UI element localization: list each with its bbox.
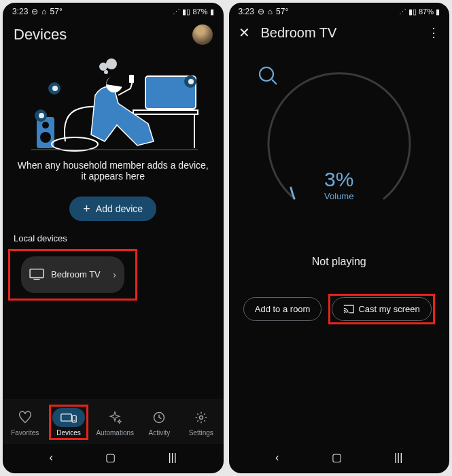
signal-icon: ▮▯ [408, 7, 417, 16]
gear-icon [194, 411, 208, 424]
system-nav: ‹ ▢ ||| [3, 444, 224, 473]
sparkle-icon [108, 411, 122, 424]
more-icon[interactable]: ⋮ [428, 25, 440, 40]
status-temp: 57° [50, 7, 63, 16]
home-button[interactable]: ▢ [105, 451, 116, 464]
svg-rect-19 [72, 415, 76, 422]
cast-icon [343, 305, 354, 313]
recents-button[interactable]: ||| [168, 452, 176, 464]
system-nav: ‹ ▢ ||| [229, 444, 450, 473]
nav-settings[interactable]: Settings [184, 407, 219, 438]
nav-favorites[interactable]: Favorites [7, 407, 43, 438]
status-bar: 3:23 ⊖ ⌂ 57° ⋰ ▮▯ 87% ▮ [229, 3, 450, 18]
svg-rect-10 [129, 75, 134, 83]
status-battery: 87% [192, 7, 207, 16]
page-title: Devices [14, 26, 67, 44]
cast-my-screen-button[interactable]: Cast my screen [332, 297, 431, 321]
status-time: 3:23 [239, 7, 254, 16]
status-temp: 57° [276, 7, 288, 16]
magnifier-icon [258, 65, 278, 86]
device-card-bedroom-tv[interactable]: Bedroom TV › [21, 256, 124, 293]
dnd-icon: ⊖ [258, 7, 264, 16]
svg-point-5 [42, 122, 49, 129]
tv-icon [29, 269, 44, 281]
detail-header: ✕ Bedroom TV ⋮ [229, 18, 450, 48]
nav-automations[interactable]: Automations [94, 407, 135, 438]
battery-icon: ▮ [436, 7, 440, 16]
nav-activity[interactable]: Activity [141, 407, 177, 438]
bottom-nav: Favorites Devices Automations Activity S… [3, 399, 224, 444]
device-name: Bedroom TV [51, 269, 106, 281]
highlight-box-cast: Cast my screen [328, 294, 434, 324]
svg-point-6 [40, 132, 51, 143]
status-bar: 3:23 ⊖ ⌂ 57° ⋰ ▮▯ 87% ▮ [3, 3, 224, 18]
weather-icon: ⌂ [268, 7, 273, 16]
svg-line-24 [272, 80, 277, 84]
highlight-box-nav: Devices [49, 405, 88, 440]
status-battery: 87% [419, 7, 434, 16]
weather-icon: ⌂ [41, 7, 46, 16]
local-devices-label: Local devices [3, 229, 224, 248]
add-to-room-button[interactable]: Add to a room [243, 297, 322, 321]
add-device-label: Add device [96, 203, 143, 214]
volume-dial[interactable]: 3% Volume [229, 65, 450, 228]
empty-state-text: When any household member adds a device,… [3, 156, 224, 186]
nav-devices[interactable]: Devices [51, 407, 86, 438]
device-detail-screen: 3:23 ⊖ ⌂ 57° ⋰ ▮▯ 87% ▮ ✕ Bedroom TV ⋮ [229, 3, 450, 473]
highlight-box-device: Bedroom TV › [8, 249, 137, 301]
signal-icon: ▮▯ [182, 7, 190, 16]
svg-rect-2 [133, 110, 198, 114]
wifi-icon: ⋰ [173, 7, 180, 16]
devices-screen: 3:23 ⊖ ⌂ 57° ⋰ ▮▯ 87% ▮ Devices [3, 3, 224, 473]
battery-icon: ▮ [210, 7, 214, 16]
svg-point-13 [104, 70, 108, 74]
dnd-icon: ⊖ [31, 7, 38, 16]
svg-point-22 [199, 416, 203, 420]
heart-icon [18, 411, 32, 424]
clock-icon [152, 411, 166, 424]
illustration [24, 54, 201, 153]
playback-status: Not playing [229, 256, 450, 268]
volume-percent: 3% [324, 168, 353, 191]
header: Devices [3, 18, 224, 50]
wifi-icon: ⋰ [399, 7, 406, 16]
chevron-right-icon: › [113, 269, 116, 280]
home-button[interactable]: ▢ [332, 451, 342, 464]
svg-point-23 [260, 67, 273, 81]
detail-title: Bedroom TV [261, 25, 417, 41]
add-device-button[interactable]: + Add device [69, 197, 156, 221]
volume-label: Volume [324, 191, 353, 201]
svg-point-8 [52, 137, 98, 151]
back-button[interactable]: ‹ [275, 452, 279, 464]
action-row: Add to a room Cast my screen [229, 294, 450, 324]
close-icon[interactable]: ✕ [239, 24, 250, 41]
status-time: 3:23 [12, 7, 28, 16]
svg-point-12 [106, 58, 117, 69]
avatar[interactable] [192, 24, 213, 45]
svg-rect-16 [30, 269, 44, 278]
devices-icon [60, 411, 77, 424]
svg-point-20 [73, 420, 75, 421]
recents-button[interactable]: ||| [394, 452, 402, 464]
back-button[interactable]: ‹ [50, 452, 53, 464]
svg-rect-18 [61, 414, 71, 421]
